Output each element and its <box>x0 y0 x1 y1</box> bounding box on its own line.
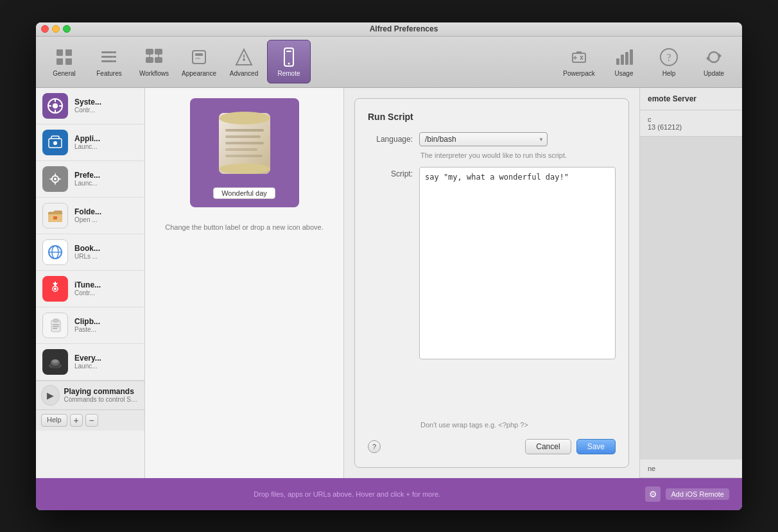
minimize-button[interactable] <box>52 25 60 33</box>
remove-button[interactable]: − <box>85 414 98 427</box>
remote-empty-area <box>640 137 742 459</box>
language-select-wrapper[interactable]: /bin/bash <box>419 132 548 146</box>
svg-rect-2 <box>56 58 63 65</box>
add-button[interactable]: + <box>70 414 83 427</box>
svg-rect-60 <box>53 326 59 327</box>
svg-rect-69 <box>225 129 264 132</box>
sidebar-item-system[interactable]: Syste... Contr... <box>36 88 144 124</box>
gear-button[interactable]: ⚙ <box>645 486 661 502</box>
sidebar-controls: Help + − <box>36 409 144 431</box>
help-button[interactable]: Help <box>41 414 67 427</box>
svg-point-49 <box>54 178 56 180</box>
prefs-subtitle: Launc... <box>74 180 100 187</box>
toolbar-features[interactable]: Features <box>87 40 131 83</box>
button-preview: Wonderful day <box>190 98 299 207</box>
update-icon <box>704 47 724 67</box>
sidebar-item-prefs[interactable]: Prefe... Launc... <box>36 161 144 198</box>
sidebar-item-folder[interactable]: Folde... Open ... <box>36 198 144 234</box>
toolbar-features-label: Features <box>96 70 121 77</box>
maximize-button[interactable] <box>63 25 71 33</box>
toolbar-remote[interactable]: Remote <box>267 40 311 83</box>
add-ios-button[interactable]: Add iOS Remote <box>666 488 729 500</box>
sidebar: Syste... Contr... Appli... Launc... <box>36 88 145 478</box>
toolbar-remote-label: Remote <box>277 70 300 77</box>
svg-rect-61 <box>53 328 57 329</box>
folder-subtitle: Open ... <box>74 216 101 223</box>
center-panel: Wonderful day Change the button label or… <box>145 88 344 478</box>
svg-rect-33 <box>621 55 624 65</box>
applic-subtitle: Launc... <box>74 143 100 150</box>
svg-rect-73 <box>225 155 263 157</box>
folder-title: Folde... <box>74 207 101 216</box>
button-label[interactable]: Wonderful day <box>213 187 275 199</box>
toolbar-powerpack[interactable]: Powerpack <box>557 40 601 83</box>
general-icon <box>54 47 74 67</box>
toolbar-update[interactable]: Update <box>692 40 736 83</box>
svg-rect-59 <box>53 324 59 325</box>
features-icon <box>99 47 119 67</box>
toolbar: General Features <box>36 37 742 88</box>
system-subtitle: Contr... <box>74 107 101 114</box>
scroll-svg-icon <box>206 107 283 184</box>
script-row: Script: <box>368 167 616 418</box>
status-bar-controls: ⚙ Add iOS Remote <box>645 486 729 502</box>
sidebar-item-bookm[interactable]: Book... URLs ... <box>36 234 144 271</box>
applic-text: Appli... Launc... <box>74 134 100 150</box>
svg-rect-50 <box>53 216 57 219</box>
toolbar-usage[interactable]: Usage <box>602 40 646 83</box>
save-button[interactable]: Save <box>576 439 616 454</box>
wrap-hint: Don't use wrap tags e.g. <?php ?> <box>420 421 616 429</box>
svg-point-74 <box>219 164 270 174</box>
svg-point-41 <box>53 103 58 108</box>
svg-rect-0 <box>56 49 63 56</box>
dialog-overlay: Run Script Language: /bin/bash The inter… <box>344 88 639 478</box>
close-button[interactable] <box>41 25 49 33</box>
traffic-lights <box>41 25 71 33</box>
svg-point-23 <box>288 62 290 64</box>
usage-icon <box>614 47 634 67</box>
svg-point-47 <box>53 141 57 145</box>
clipb-icon <box>42 313 68 338</box>
toolbar-general-label: General <box>53 70 76 77</box>
svg-marker-39 <box>706 56 709 61</box>
applic-icon <box>42 130 68 155</box>
sidebar-item-itunes[interactable]: iTune... Contr... <box>36 271 144 307</box>
svg-rect-3 <box>65 58 72 65</box>
dialog-help-button[interactable]: ? <box>368 440 381 453</box>
dialog-box: Run Script Language: /bin/bash The inter… <box>354 98 629 468</box>
system-text: Syste... Contr... <box>74 98 101 114</box>
svg-rect-70 <box>225 135 261 138</box>
remote-server-title: emote Server <box>640 88 742 110</box>
playing-subtitle: Commands to control Spotify <box>64 396 139 403</box>
bookm-icon <box>42 239 68 265</box>
bookm-title: Book... <box>74 244 100 253</box>
svg-rect-18 <box>195 58 200 59</box>
svg-rect-24 <box>286 51 291 52</box>
svg-rect-34 <box>625 52 628 65</box>
language-select[interactable]: /bin/bash <box>419 132 548 146</box>
remote-info-line1: c <box>648 116 734 123</box>
toolbar-workflows-label: Workflows <box>139 70 169 77</box>
prefs-text: Prefe... Launc... <box>74 171 100 187</box>
remote-info-line2: 13 (61212) <box>648 123 734 131</box>
toolbar-update-label: Update <box>704 70 724 77</box>
script-area: Script: <box>368 167 616 418</box>
svg-rect-17 <box>195 53 203 56</box>
toolbar-help[interactable]: ? Help <box>647 40 691 83</box>
sidebar-item-clipb[interactable]: Clipb... Paste... <box>36 307 144 344</box>
clipb-text: Clipb... Paste... <box>74 317 100 333</box>
svg-rect-9 <box>113 60 116 62</box>
toolbar-help-label: Help <box>662 70 676 77</box>
toolbar-advanced[interactable]: Advanced <box>222 40 266 83</box>
svg-rect-32 <box>616 58 619 65</box>
toolbar-appearance[interactable]: Appearance <box>177 40 221 83</box>
itunes-text: iTune... Contr... <box>74 280 101 296</box>
sidebar-item-every[interactable]: Every... Launc... <box>36 344 144 381</box>
toolbar-general[interactable]: General <box>42 40 86 83</box>
remote-server-panel: emote Server c 13 (61212) ne <box>639 88 742 478</box>
cancel-button[interactable]: Cancel <box>525 439 571 454</box>
toolbar-workflows[interactable]: Workflows <box>132 40 176 83</box>
system-icon <box>42 93 68 119</box>
sidebar-item-applic[interactable]: Appli... Launc... <box>36 124 144 161</box>
script-textarea[interactable] <box>419 167 616 359</box>
